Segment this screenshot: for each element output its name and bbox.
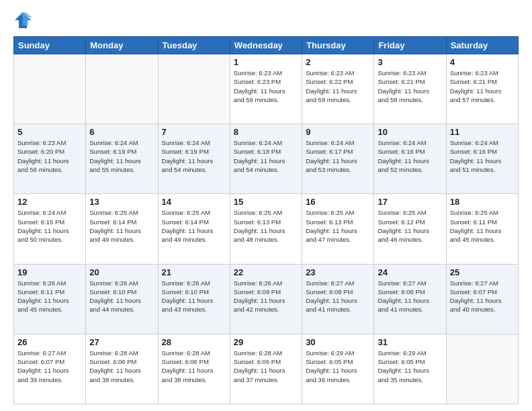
weekday-header-sunday: Sunday [14,37,86,54]
calendar-cell: 15Sunrise: 6:25 AM Sunset: 6:13 PM Dayli… [230,194,302,264]
day-number: 4 [450,57,515,67]
day-number: 25 [450,267,515,277]
day-number: 22 [234,267,298,277]
day-number: 9 [306,127,370,137]
day-number: 10 [378,127,442,137]
day-number: 8 [234,127,298,137]
day-number: 23 [306,267,370,277]
day-info: Sunrise: 6:25 AM Sunset: 6:12 PM Dayligh… [378,208,442,244]
day-number: 11 [450,127,515,137]
day-number: 18 [450,197,515,207]
calendar-cell: 19Sunrise: 6:26 AM Sunset: 6:11 PM Dayli… [14,264,86,334]
day-number: 15 [234,197,298,207]
day-info: Sunrise: 6:24 AM Sunset: 6:17 PM Dayligh… [306,138,370,174]
day-number: 7 [162,127,226,137]
calendar-cell: 20Sunrise: 6:26 AM Sunset: 6:10 PM Dayli… [86,264,158,334]
day-number: 31 [378,337,442,347]
calendar-cell: 6Sunrise: 6:24 AM Sunset: 6:19 PM Daylig… [86,124,158,194]
calendar-table: SundayMondayTuesdayWednesdayThursdayFrid… [13,36,519,404]
weekday-header-friday: Friday [374,37,446,54]
logo-icon [13,11,32,30]
calendar-cell: 22Sunrise: 6:26 AM Sunset: 6:09 PM Dayli… [230,264,302,334]
day-info: Sunrise: 6:27 AM Sunset: 6:07 PM Dayligh… [450,279,515,314]
day-info: Sunrise: 6:28 AM Sunset: 6:06 PM Dayligh… [162,349,226,384]
day-info: Sunrise: 6:23 AM Sunset: 6:22 PM Dayligh… [306,68,370,104]
page: SundayMondayTuesdayWednesdayThursdayFrid… [0,0,532,411]
day-info: Sunrise: 6:24 AM Sunset: 6:16 PM Dayligh… [450,138,515,174]
weekday-header-wednesday: Wednesday [230,37,302,54]
calendar-cell: 7Sunrise: 6:24 AM Sunset: 6:19 PM Daylig… [158,124,230,194]
calendar-cell: 23Sunrise: 6:27 AM Sunset: 6:08 PM Dayli… [302,264,374,334]
calendar-cell: 13Sunrise: 6:25 AM Sunset: 6:14 PM Dayli… [86,194,158,264]
day-number: 26 [17,337,82,347]
day-info: Sunrise: 6:26 AM Sunset: 6:11 PM Dayligh… [17,279,82,314]
day-info: Sunrise: 6:26 AM Sunset: 6:09 PM Dayligh… [234,279,298,314]
day-number: 21 [162,267,226,277]
calendar-cell [14,54,86,124]
calendar-cell: 31Sunrise: 6:29 AM Sunset: 6:05 PM Dayli… [374,334,446,404]
day-info: Sunrise: 6:26 AM Sunset: 6:10 PM Dayligh… [162,279,226,314]
calendar-cell: 1Sunrise: 6:23 AM Sunset: 6:23 PM Daylig… [230,54,302,124]
calendar-cell: 30Sunrise: 6:29 AM Sunset: 6:05 PM Dayli… [302,334,374,404]
calendar-cell: 16Sunrise: 6:25 AM Sunset: 6:13 PM Dayli… [302,194,374,264]
calendar-cell: 4Sunrise: 6:23 AM Sunset: 6:21 PM Daylig… [446,54,518,124]
day-number: 20 [89,267,154,277]
day-number: 12 [17,197,82,207]
calendar-cell: 18Sunrise: 6:25 AM Sunset: 6:11 PM Dayli… [446,194,518,264]
day-number: 29 [234,337,298,347]
day-number: 5 [17,127,82,137]
day-info: Sunrise: 6:23 AM Sunset: 6:23 PM Dayligh… [234,68,298,104]
weekday-header-thursday: Thursday [302,37,374,54]
calendar-cell: 8Sunrise: 6:24 AM Sunset: 6:18 PM Daylig… [230,124,302,194]
day-info: Sunrise: 6:24 AM Sunset: 6:19 PM Dayligh… [162,138,226,174]
calendar-cell: 11Sunrise: 6:24 AM Sunset: 6:16 PM Dayli… [446,124,518,194]
day-number: 30 [306,337,370,347]
day-info: Sunrise: 6:23 AM Sunset: 6:21 PM Dayligh… [450,68,515,104]
calendar-cell: 21Sunrise: 6:26 AM Sunset: 6:10 PM Dayli… [158,264,230,334]
calendar-cell: 26Sunrise: 6:27 AM Sunset: 6:07 PM Dayli… [14,334,86,404]
day-number: 14 [162,197,226,207]
day-number: 6 [89,127,154,137]
day-info: Sunrise: 6:29 AM Sunset: 6:05 PM Dayligh… [306,349,370,384]
calendar-cell: 12Sunrise: 6:24 AM Sunset: 6:15 PM Dayli… [14,194,86,264]
calendar-cell: 27Sunrise: 6:28 AM Sunset: 6:06 PM Dayli… [86,334,158,404]
header [13,11,519,30]
day-info: Sunrise: 6:25 AM Sunset: 6:13 PM Dayligh… [306,208,370,244]
day-info: Sunrise: 6:25 AM Sunset: 6:11 PM Dayligh… [450,208,515,244]
day-number: 1 [234,57,298,67]
weekday-header-monday: Monday [86,37,158,54]
day-info: Sunrise: 6:25 AM Sunset: 6:14 PM Dayligh… [89,208,154,244]
calendar-cell: 17Sunrise: 6:25 AM Sunset: 6:12 PM Dayli… [374,194,446,264]
logo [13,11,35,30]
day-info: Sunrise: 6:24 AM Sunset: 6:19 PM Dayligh… [89,138,154,174]
day-info: Sunrise: 6:27 AM Sunset: 6:07 PM Dayligh… [17,349,82,384]
calendar-cell [446,334,518,404]
day-info: Sunrise: 6:26 AM Sunset: 6:10 PM Dayligh… [89,279,154,314]
day-info: Sunrise: 6:27 AM Sunset: 6:08 PM Dayligh… [306,279,370,314]
calendar-week-row: 19Sunrise: 6:26 AM Sunset: 6:11 PM Dayli… [14,264,519,334]
day-info: Sunrise: 6:23 AM Sunset: 6:21 PM Dayligh… [378,68,442,104]
calendar-cell: 14Sunrise: 6:25 AM Sunset: 6:14 PM Dayli… [158,194,230,264]
calendar-week-row: 26Sunrise: 6:27 AM Sunset: 6:07 PM Dayli… [14,334,519,404]
calendar-week-row: 12Sunrise: 6:24 AM Sunset: 6:15 PM Dayli… [14,194,519,264]
calendar-cell: 2Sunrise: 6:23 AM Sunset: 6:22 PM Daylig… [302,54,374,124]
calendar-week-row: 5Sunrise: 6:23 AM Sunset: 6:20 PM Daylig… [14,124,519,194]
day-info: Sunrise: 6:29 AM Sunset: 6:05 PM Dayligh… [378,349,442,384]
calendar-cell: 25Sunrise: 6:27 AM Sunset: 6:07 PM Dayli… [446,264,518,334]
calendar-cell: 10Sunrise: 6:24 AM Sunset: 6:16 PM Dayli… [374,124,446,194]
calendar-cell [158,54,230,124]
weekday-header-tuesday: Tuesday [158,37,230,54]
day-number: 17 [378,197,442,207]
day-number: 13 [89,197,154,207]
calendar-cell: 24Sunrise: 6:27 AM Sunset: 6:08 PM Dayli… [374,264,446,334]
day-number: 28 [162,337,226,347]
calendar-cell: 3Sunrise: 6:23 AM Sunset: 6:21 PM Daylig… [374,54,446,124]
calendar-week-row: 1Sunrise: 6:23 AM Sunset: 6:23 PM Daylig… [14,54,519,124]
day-number: 19 [17,267,82,277]
calendar-cell: 9Sunrise: 6:24 AM Sunset: 6:17 PM Daylig… [302,124,374,194]
day-number: 24 [378,267,442,277]
day-info: Sunrise: 6:28 AM Sunset: 6:06 PM Dayligh… [89,349,154,384]
weekday-header-row: SundayMondayTuesdayWednesdayThursdayFrid… [14,37,519,54]
day-info: Sunrise: 6:24 AM Sunset: 6:18 PM Dayligh… [234,138,298,174]
calendar-cell: 28Sunrise: 6:28 AM Sunset: 6:06 PM Dayli… [158,334,230,404]
